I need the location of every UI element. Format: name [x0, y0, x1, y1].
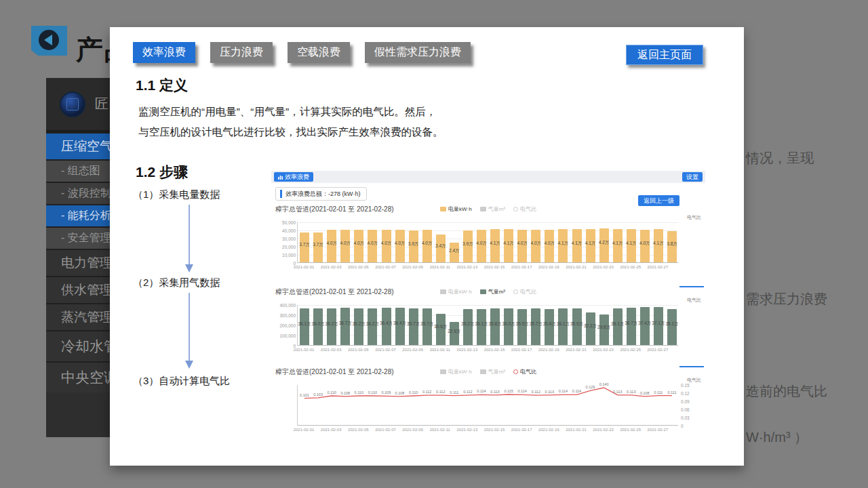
bar-value-label: 29.8万	[597, 324, 610, 330]
waste-total-badge: 效率浪费总额：-278 (kW·h)	[275, 187, 367, 201]
svg-text:0.112: 0.112	[436, 390, 445, 394]
right-axis-label: 电气比	[687, 297, 701, 304]
bar: 37.4万	[640, 307, 650, 345]
bar: 30.6万	[436, 314, 446, 345]
bar-value-label: 4.1万	[626, 240, 637, 246]
bar: 4.1万	[558, 229, 568, 262]
bar: 32.2万	[586, 312, 595, 345]
legend-item[interactable]: 电气比	[513, 205, 536, 213]
tab-inactive[interactable]: 压力浪费	[210, 42, 273, 63]
bar-value-label: 4.1万	[612, 240, 623, 246]
chart-plot-area: 00.030.060.090.120.150.1010.1030.1100.10…	[297, 385, 678, 426]
bar: 36.4万	[395, 308, 405, 345]
bar: 29.8万	[599, 314, 609, 345]
legend-item[interactable]: 气量m³	[480, 368, 505, 375]
bar: 36.7万	[340, 308, 350, 345]
bar: 36.7万	[627, 308, 636, 345]
bar: 36.1万	[558, 308, 568, 345]
legend-item[interactable]: 电量kW·h	[440, 368, 472, 375]
svg-text:0.109: 0.109	[382, 390, 391, 394]
bar-value-label: 36.1万	[298, 321, 311, 327]
svg-text:0.111: 0.111	[654, 390, 663, 394]
bar-value-label: 36.7万	[339, 321, 352, 327]
content-modal: 效率浪费压力浪费空载浪费假性需求压力浪费 返回主页面 1.1 定义 监测空压机的…	[110, 27, 744, 466]
bar-value-label: 3.7万	[313, 242, 323, 248]
bar: 4.0万	[368, 230, 377, 262]
bar-value-label: 36.1万	[611, 321, 624, 327]
legend-item[interactable]: 电气比	[513, 288, 536, 296]
bar: 4.1万	[627, 229, 636, 262]
bar-value-label: 36.0万	[312, 321, 325, 327]
bar-value-label: 3.8万	[667, 241, 677, 247]
svg-text:0.103: 0.103	[313, 392, 323, 396]
bar-value-label: 4.1万	[572, 240, 583, 246]
legend-item[interactable]: 气量m³	[480, 288, 505, 296]
bar-value-label: 37.4万	[638, 320, 651, 326]
bar: 37.1万	[654, 307, 663, 345]
svg-text:0.110: 0.110	[355, 390, 363, 394]
x-axis-labels: 2021-02-012021-02-032021-02-052021-02-07…	[297, 265, 678, 271]
chart-title: 樟宇总管道(2021-02-01 至 2021-02-28)	[275, 287, 394, 297]
blue-accent-line	[679, 286, 704, 287]
background-text-fragment: 造前的电气比	[746, 382, 827, 401]
bar-value-label: 4.0万	[368, 241, 378, 247]
bar: 4.0万	[354, 230, 363, 262]
settings-button[interactable]: 设置	[682, 172, 703, 182]
bar: 35.1万	[477, 309, 486, 345]
tab-inactive[interactable]: 空载浪费	[288, 42, 350, 63]
bar: 35.8万	[490, 308, 500, 345]
bar: 35.7万	[409, 308, 418, 345]
legend-circle-icon	[513, 289, 518, 294]
bar: 35.5万	[517, 309, 527, 345]
bar-value-label: 35.7万	[420, 321, 433, 327]
legend-item[interactable]: 电量kW·h	[440, 205, 472, 213]
bar-value-label: 4.0万	[354, 241, 365, 247]
bar: 3.4万	[436, 235, 446, 262]
bar: 3.8万	[667, 231, 677, 262]
tab-inactive[interactable]: 假性需求压力浪费	[365, 42, 471, 63]
svg-text:0.111: 0.111	[668, 390, 677, 394]
svg-text:0.112: 0.112	[422, 390, 431, 394]
bar: 36.1万	[613, 308, 623, 345]
bar: 4.1万	[572, 229, 582, 262]
svg-text:0.108: 0.108	[640, 391, 650, 395]
x-axis-labels: 2021-02-012021-02-032021-02-052021-02-07…	[297, 428, 678, 434]
bar-value-label: 2.4万	[449, 248, 460, 254]
bar-value-label: 4.0万	[381, 241, 392, 247]
efficiency-waste-button[interactable]: 效率浪费	[274, 172, 313, 182]
bar: 4.0万	[382, 230, 391, 262]
bar: 2.4万	[450, 243, 459, 262]
tab-active[interactable]: 效率浪费	[133, 42, 195, 63]
bar: 4.0万	[517, 230, 527, 262]
bar: 4.0万	[327, 230, 336, 262]
bar-value-label: 4.2万	[599, 240, 610, 246]
bar: 35.7万	[531, 308, 540, 345]
chart-plot-area: 0100,000200,000300,000400,00036.1万36.0万3…	[297, 305, 678, 346]
efficiency-waste-button-label: 效率浪费	[285, 172, 309, 182]
return-main-button[interactable]: 返回主页面	[626, 45, 703, 65]
bar-value-label: 35.1万	[475, 321, 488, 327]
legend-swatch-icon	[480, 369, 486, 374]
back-icon[interactable]	[31, 26, 67, 56]
steps-heading: 1.2 步骤	[136, 163, 188, 182]
step-3-label: （3）自动计算电气比	[133, 375, 230, 388]
brand-logo-icon	[60, 92, 85, 117]
waste-type-tabs: 效率浪费压力浪费空载浪费假性需求压力浪费	[133, 42, 471, 63]
bar-value-label: 30.6万	[434, 324, 447, 330]
svg-text:0.111: 0.111	[450, 390, 458, 394]
legend-circle-icon	[513, 207, 518, 211]
background-text-fragment: W·h/m³ ）	[746, 428, 808, 447]
bar-value-label: 36.4万	[393, 321, 406, 327]
legend-item[interactable]: 电量kW·h	[440, 288, 472, 296]
bar-value-label: 36.2万	[326, 321, 338, 327]
bar-value-label: 36.2万	[353, 321, 366, 327]
sidebar-brand-label: 匠	[95, 95, 108, 113]
bar-value-label: 32.2万	[584, 323, 597, 329]
bar: 3.7万	[313, 232, 323, 262]
bar-value-label: 36.0万	[502, 321, 515, 327]
bar: 4.0万	[545, 230, 554, 262]
bar-value-label: 4.0万	[531, 241, 542, 247]
chart-2: 樟宇总管道(2021-02-01 至 2021-02-28)电量kW·h气量m³…	[271, 286, 705, 366]
legend-item[interactable]: 电气比	[513, 368, 536, 375]
legend-item[interactable]: 气量m³	[480, 205, 505, 213]
